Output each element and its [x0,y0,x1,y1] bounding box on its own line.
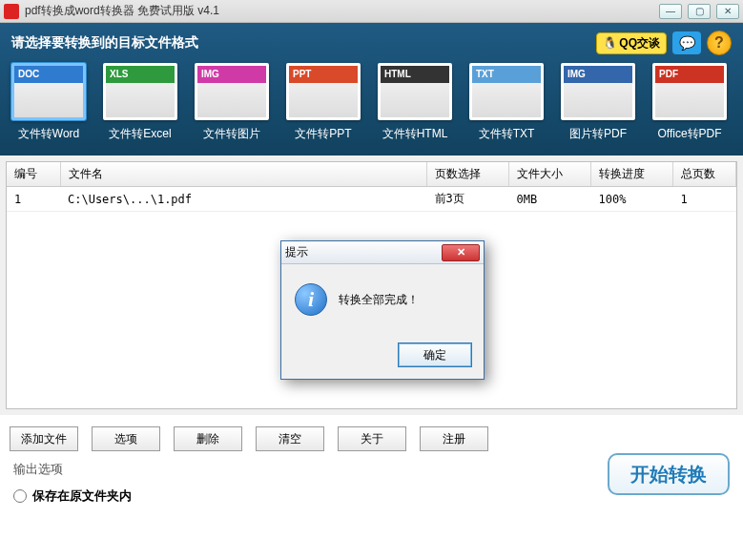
format-preview [289,83,358,117]
options-button[interactable]: 选项 [92,426,160,451]
chat-button[interactable]: 💬 [672,31,701,54]
action-button-row: 添加文件 选项 删除 清空 关于 注册 [0,415,743,457]
format-preview [106,83,175,117]
format-pdf-7[interactable]: PDFOffice转PDF [652,63,727,142]
format-badge: DOC [14,66,86,83]
close-button[interactable]: ✕ [716,4,739,19]
format-thumb: TXT [469,63,544,120]
table-row[interactable]: 1C:\Users\...\1.pdf前3页0MB100%1 [7,187,736,212]
output-section: 输出选项 保存在原文件夹内 开始转换 [0,457,743,514]
dialog-ok-button[interactable]: 确定 [398,342,472,367]
format-badge: XLS [106,66,177,83]
format-preview [197,83,266,117]
format-label: 图片转PDF [561,126,635,142]
format-label: Office转PDF [652,126,727,142]
format-badge: PDF [655,66,727,83]
col-progress[interactable]: 转换进度 [591,162,673,187]
format-ppt-3[interactable]: PPT文件转PPT [286,63,361,142]
format-img-2[interactable]: IMG文件转图片 [195,63,269,142]
format-toolbar: 请选择要转换到的目标文件格式 🐧 QQ交谈 💬 ? DOC文件转WordXLS文… [0,23,743,156]
cell-progress: 100% [591,187,673,212]
format-thumb: IMG [195,63,269,120]
format-badge: IMG [564,66,635,83]
col-index[interactable]: 编号 [7,162,60,187]
format-thumb: DOC [11,63,86,120]
format-preview [14,83,83,117]
format-label: 文件转TXT [469,126,544,142]
help-button[interactable]: ? [707,31,732,55]
format-badge: TXT [472,66,544,83]
register-button[interactable]: 注册 [420,426,488,451]
format-txt-5[interactable]: TXT文件转TXT [469,63,544,142]
col-filesize[interactable]: 文件大小 [509,162,591,187]
info-icon: i [295,283,327,316]
format-preview [472,83,541,117]
format-label: 文件转Word [11,126,86,142]
dialog-close-button[interactable]: ✕ [442,244,480,261]
format-badge: HTML [381,66,452,83]
window-title: pdf转换成word转换器 免费试用版 v4.1 [25,3,659,19]
delete-button[interactable]: 删除 [174,426,242,451]
cell-filesize: 0MB [509,187,591,212]
clear-button[interactable]: 清空 [256,426,324,451]
format-preview [655,83,724,117]
dialog-titlebar[interactable]: 提示 ✕ [281,241,484,264]
cell-totalpages: 1 [673,187,736,212]
format-doc-0[interactable]: DOC文件转Word [11,63,86,142]
format-label: 文件转HTML [378,126,452,142]
format-preview [381,83,449,117]
info-dialog: 提示 ✕ i 转换全部完成！ 确定 [280,240,485,380]
format-thumb: HTML [378,63,452,120]
cell-filename: C:\Users\...\1.pdf [60,187,427,212]
add-file-button[interactable]: 添加文件 [10,426,78,451]
start-convert-button[interactable]: 开始转换 [608,453,730,495]
penguin-icon: 🐧 [603,36,617,50]
format-thumb: IMG [561,63,635,120]
format-html-4[interactable]: HTML文件转HTML [378,63,452,142]
format-thumb: PPT [286,63,361,120]
cell-index: 1 [7,187,60,212]
app-icon [4,4,19,19]
maximize-button[interactable]: ▢ [688,4,711,19]
format-thumb: XLS [103,63,177,120]
dialog-title: 提示 [285,244,442,260]
table-header-row: 编号 文件名 页数选择 文件大小 转换进度 总页数 [7,162,736,187]
format-preview [564,83,632,117]
save-same-folder-radio[interactable] [13,489,27,503]
format-badge: PPT [289,66,361,83]
format-label: 文件转Excel [103,126,177,142]
format-badge: IMG [197,66,269,83]
qq-chat-button[interactable]: 🐧 QQ交谈 [596,32,667,54]
file-table: 编号 文件名 页数选择 文件大小 转换进度 总页数 1C:\Users\...\… [7,162,736,212]
toolbar-heading: 请选择要转换到的目标文件格式 [11,34,198,52]
col-totalpages[interactable]: 总页数 [673,162,736,187]
format-thumb: PDF [652,63,727,120]
format-xls-1[interactable]: XLS文件转Excel [103,63,177,142]
format-label: 文件转图片 [195,126,269,142]
format-label: 文件转PPT [286,126,361,142]
format-img-6[interactable]: IMG图片转PDF [561,63,635,142]
cell-pagesel: 前3页 [427,187,509,212]
minimize-button[interactable]: — [659,4,682,19]
about-button[interactable]: 关于 [338,426,406,451]
chat-icon: 💬 [679,35,695,51]
col-pagesel[interactable]: 页数选择 [427,162,509,187]
dialog-message: 转换全部完成！ [339,292,419,308]
titlebar: pdf转换成word转换器 免费试用版 v4.1 — ▢ ✕ [0,0,743,23]
col-filename[interactable]: 文件名 [60,162,427,187]
